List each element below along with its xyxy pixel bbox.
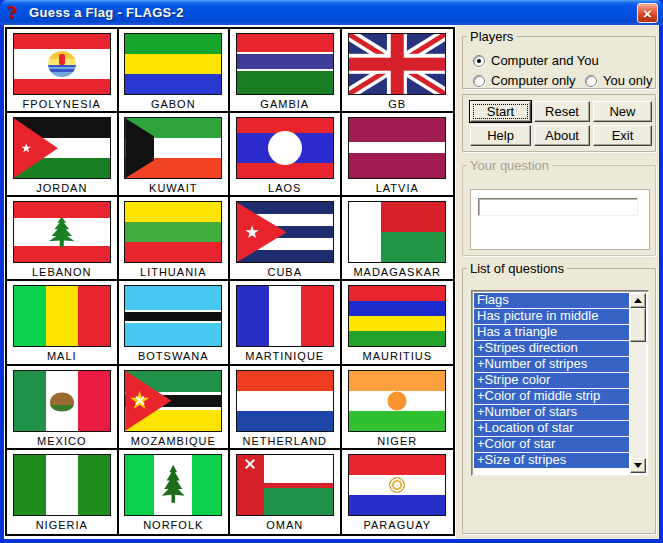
union-jack-pattern bbox=[349, 34, 445, 94]
flag-image-kuwait[interactable] bbox=[124, 117, 222, 179]
flag-cell-nigeria[interactable]: NIGERIA bbox=[7, 450, 119, 534]
flag-cell-gb[interactable]: GB bbox=[342, 29, 454, 113]
crossed-emblem-icon bbox=[134, 395, 145, 406]
flag-cell-lebanon[interactable]: LEBANON bbox=[7, 197, 119, 281]
flag-label: FPOLYNESIA bbox=[23, 98, 101, 110]
flag-image-mexico[interactable] bbox=[13, 370, 111, 432]
flag-cell-kuwait[interactable]: KUWAIT bbox=[119, 113, 231, 197]
start-button[interactable]: Start bbox=[470, 101, 531, 122]
flag-cell-botswana[interactable]: BOTSWANA bbox=[119, 281, 231, 365]
flag-label: OMAN bbox=[266, 519, 303, 531]
flag-image-nigeria[interactable] bbox=[13, 454, 111, 516]
flag-cell-cuba[interactable]: CUBA bbox=[230, 197, 342, 281]
flag-label: LITHUANIA bbox=[140, 266, 206, 278]
flag-image-gb[interactable] bbox=[348, 33, 446, 95]
flag-cell-martinique[interactable]: MARTINIQUE bbox=[230, 281, 342, 365]
trapezoid-shape bbox=[125, 118, 154, 178]
flag-label: BOTSWANA bbox=[138, 350, 209, 362]
titlebar[interactable]: ? Guess a Flag - FLAGS-2 × bbox=[0, 0, 663, 25]
about-button[interactable]: About bbox=[534, 125, 590, 146]
radio-computer-and-you[interactable]: Computer and You bbox=[473, 53, 599, 68]
flag-cell-oman[interactable]: OMAN bbox=[230, 450, 342, 534]
flag-image-fpolynesia[interactable] bbox=[13, 33, 111, 95]
reset-button[interactable]: Reset bbox=[534, 101, 590, 122]
scroll-up-button[interactable] bbox=[630, 293, 646, 308]
question-item[interactable]: +Location of star bbox=[474, 421, 629, 436]
radio-you-only[interactable]: You only bbox=[585, 73, 652, 88]
flag-cell-jordan[interactable]: JORDAN bbox=[7, 113, 119, 197]
flag-grid: FPOLYNESIAGABONGAMBIAGBJORDANKUWAITLAOSL… bbox=[5, 27, 455, 536]
question-input[interactable] bbox=[478, 198, 638, 216]
flag-label: JORDAN bbox=[36, 182, 87, 194]
flag-cell-gambia[interactable]: GAMBIA bbox=[230, 29, 342, 113]
flag-label: LAOS bbox=[268, 182, 301, 194]
seal-emblem bbox=[389, 477, 405, 493]
flag-cell-norfolk[interactable]: NORFOLK bbox=[119, 450, 231, 534]
flag-image-norfolk[interactable] bbox=[124, 454, 222, 516]
flag-image-mali[interactable] bbox=[13, 285, 111, 347]
flag-label: MOZAMBIQUE bbox=[131, 435, 216, 447]
flag-cell-laos[interactable]: LAOS bbox=[230, 113, 342, 197]
flag-image-jordan[interactable] bbox=[13, 117, 111, 179]
questions-listbox[interactable]: FlagsHas picture in middleHas a triangle… bbox=[471, 290, 649, 476]
flag-cell-mauritius[interactable]: MAURITIUS bbox=[342, 281, 454, 365]
flag-grid-background: FPOLYNESIAGABONGAMBIAGBJORDANKUWAITLAOSL… bbox=[4, 25, 456, 539]
flag-cell-lithuania[interactable]: LITHUANIA bbox=[119, 197, 231, 281]
app-icon: ? bbox=[7, 5, 23, 21]
flag-image-lithuania[interactable] bbox=[124, 201, 222, 263]
help-button[interactable]: Help bbox=[470, 125, 531, 146]
flag-cell-gabon[interactable]: GABON bbox=[119, 29, 231, 113]
question-item[interactable]: Flags bbox=[474, 293, 629, 308]
flag-image-gabon[interactable] bbox=[124, 33, 222, 95]
radio-label: You only bbox=[603, 73, 652, 88]
question-item[interactable]: +Color of star bbox=[474, 437, 629, 452]
flag-cell-latvia[interactable]: LATVIA bbox=[342, 113, 454, 197]
polynesia-emblem bbox=[48, 51, 76, 77]
flag-image-madagaskar[interactable] bbox=[348, 201, 446, 263]
listbox-scrollbar[interactable] bbox=[630, 293, 646, 473]
radio-computer-only[interactable]: Computer only bbox=[473, 73, 576, 88]
scrollbar-thumb[interactable] bbox=[630, 308, 646, 342]
question-item[interactable]: +Number of stars bbox=[474, 405, 629, 420]
flag-image-oman[interactable] bbox=[236, 454, 334, 516]
flag-label: KUWAIT bbox=[149, 182, 197, 194]
question-item[interactable]: Has picture in middle bbox=[474, 309, 629, 324]
exit-button[interactable]: Exit bbox=[593, 125, 652, 146]
flag-cell-mali[interactable]: MALI bbox=[7, 281, 119, 365]
flag-image-mozambique[interactable] bbox=[124, 370, 222, 432]
flag-panel bbox=[381, 232, 445, 262]
flag-cell-mozambique[interactable]: MOZAMBIQUE bbox=[119, 366, 231, 450]
flag-image-lebanon[interactable] bbox=[13, 201, 111, 263]
flag-image-laos[interactable] bbox=[236, 117, 334, 179]
flag-cell-mexico[interactable]: MEXICO bbox=[7, 366, 119, 450]
flag-image-martinique[interactable] bbox=[236, 285, 334, 347]
flag-cell-niger[interactable]: NIGER bbox=[342, 366, 454, 450]
flag-image-paraguay[interactable] bbox=[348, 454, 446, 516]
flag-cell-madagaskar[interactable]: MADAGASKAR bbox=[342, 197, 454, 281]
question-item[interactable]: +Size of stripes bbox=[474, 453, 629, 468]
close-button[interactable]: × bbox=[637, 3, 658, 23]
question-item[interactable]: +Stripe color bbox=[474, 373, 629, 388]
window-title: Guess a Flag - FLAGS-2 bbox=[29, 5, 184, 20]
flag-label: NORFOLK bbox=[143, 519, 203, 531]
question-item[interactable]: +Number of stripes bbox=[474, 357, 629, 372]
radio-label: Computer and You bbox=[491, 53, 599, 68]
flag-image-latvia[interactable] bbox=[348, 117, 446, 179]
flag-image-mauritius[interactable] bbox=[348, 285, 446, 347]
flag-label: MALI bbox=[47, 350, 77, 362]
flag-cell-paraguay[interactable]: PARAGUAY bbox=[342, 450, 454, 534]
scroll-down-button[interactable] bbox=[630, 458, 646, 473]
flag-image-netherland[interactable] bbox=[236, 370, 334, 432]
flag-cell-netherland[interactable]: NETHERLAND bbox=[230, 366, 342, 450]
question-item[interactable]: Has a triangle bbox=[474, 325, 629, 340]
flag-image-gambia[interactable] bbox=[236, 33, 334, 95]
flag-image-cuba[interactable] bbox=[236, 201, 334, 263]
flag-image-niger[interactable] bbox=[348, 370, 446, 432]
flag-label: GAMBIA bbox=[260, 98, 309, 110]
new-button[interactable]: New bbox=[593, 101, 652, 122]
triangle-shape bbox=[125, 371, 171, 431]
flag-cell-fpolynesia[interactable]: FPOLYNESIA bbox=[7, 29, 119, 113]
flag-image-botswana[interactable] bbox=[124, 285, 222, 347]
question-item[interactable]: +Color of middle strip bbox=[474, 389, 629, 404]
question-item[interactable]: +Stripes direction bbox=[474, 341, 629, 356]
